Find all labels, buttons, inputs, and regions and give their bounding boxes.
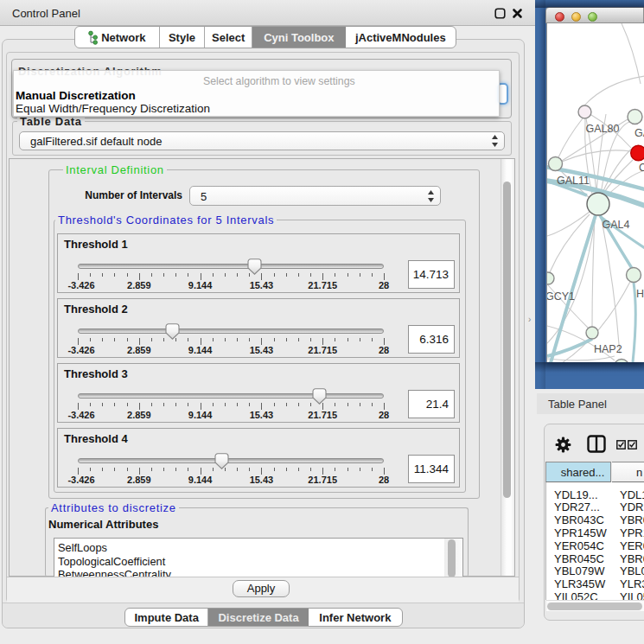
svg-text:GAL80: GAL80 (586, 123, 620, 135)
svg-text:GAL11: GAL11 (557, 175, 590, 187)
svg-text:GA: GA (634, 127, 644, 139)
svg-text:GCY1: GCY1 (547, 290, 575, 303)
svg-text:HAP2: HAP2 (594, 343, 622, 355)
svg-text:C: C (639, 162, 644, 174)
svg-text:GAL4: GAL4 (603, 219, 630, 231)
svg-text:H: H (636, 288, 644, 300)
